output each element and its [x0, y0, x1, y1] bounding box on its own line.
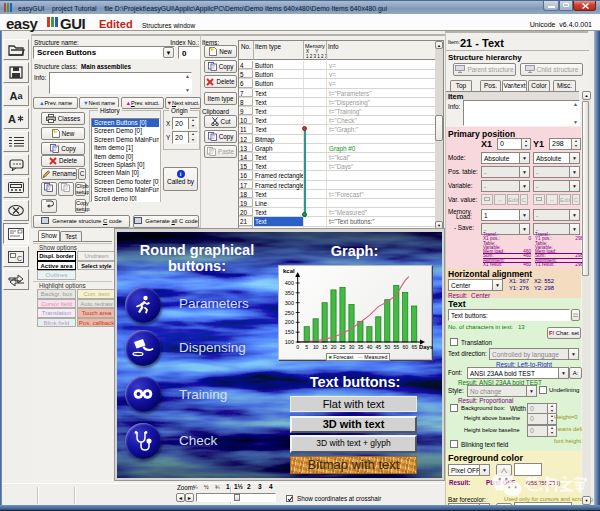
svg-text:C: C	[17, 255, 22, 262]
